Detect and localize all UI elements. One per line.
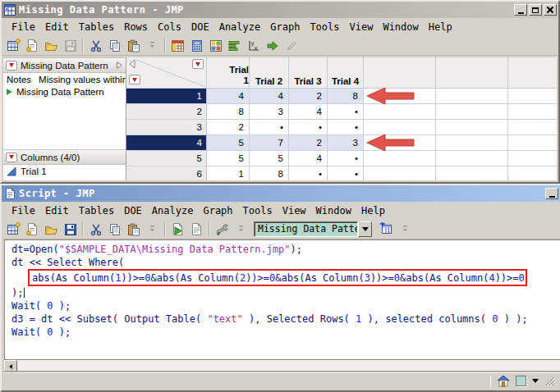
script-line-5[interactable]: Wait( 0 ); (11, 299, 560, 312)
preferences-button[interactable] (213, 221, 231, 238)
row-number-cell[interactable]: 3 (126, 120, 207, 135)
cell[interactable]: • (328, 151, 364, 166)
table-row-6[interactable]: 618•• (126, 166, 557, 180)
column-header-trial-2[interactable]: Trial 2 (250, 57, 289, 89)
menu1-window[interactable]: Window (378, 20, 423, 34)
add-to-data-table-button[interactable] (378, 221, 395, 238)
combo-dropdown-button[interactable] (358, 221, 372, 237)
scroll-left-button[interactable] (4, 360, 17, 373)
row-number-cell[interactable]: 1 (126, 89, 207, 104)
menu2-view[interactable]: View (278, 203, 311, 218)
column-header-trial-1[interactable]: Trial1 (207, 57, 250, 89)
row-number-cell[interactable]: 6 (126, 166, 207, 180)
new-journal-button[interactable] (24, 221, 41, 238)
cell[interactable]: 4 (289, 104, 328, 120)
cut-button[interactable] (87, 221, 104, 238)
menu2-file[interactable]: File (7, 203, 40, 218)
window1-titlebar[interactable]: Missing Data Pattern - JMP (2, 2, 558, 18)
column-header-trial-3[interactable]: Trial 3 (289, 57, 328, 89)
script-document-button[interactable] (188, 221, 205, 238)
home-icon[interactable] (497, 375, 510, 387)
maximize-button[interactable] (529, 4, 542, 16)
menu1-analyze[interactable]: Analyze (214, 20, 266, 34)
open-button[interactable] (43, 221, 60, 238)
cell[interactable]: 4 (289, 151, 328, 166)
script-line-6[interactable]: d3 = dt << Subset( Output Table( "text" … (11, 312, 560, 326)
menu1-file[interactable]: File (7, 20, 40, 34)
menu2-window[interactable]: Window (311, 203, 356, 218)
menu1-help[interactable]: Help (424, 20, 457, 34)
script-line-4[interactable]: ); (11, 286, 560, 299)
minimize-button[interactable] (514, 4, 527, 16)
run-button[interactable] (264, 38, 281, 54)
menu2-help[interactable]: Help (356, 203, 390, 218)
horizontal-scrollbar[interactable] (4, 360, 560, 373)
cell[interactable]: 1 (207, 166, 250, 180)
cell[interactable]: • (250, 120, 289, 135)
table-row-5[interactable]: 5554• (126, 151, 557, 166)
script-editor[interactable]: dt=Open("$SAMPLE_DATA\Missing Data Patte… (4, 239, 560, 360)
menu2-graph[interactable]: Graph (198, 203, 237, 218)
menu2-tools[interactable]: Tools (238, 203, 278, 218)
run-script-button[interactable] (169, 221, 186, 238)
cell[interactable]: 3 (328, 135, 364, 151)
cell[interactable]: 5 (207, 151, 250, 166)
window2-titlebar[interactable]: Script - JMP (2, 185, 560, 202)
menu1-edit[interactable]: Edit (40, 20, 74, 34)
columns-collapse-icon[interactable] (128, 59, 136, 69)
grid-corner-cell[interactable] (126, 57, 207, 89)
cell[interactable]: 4 (207, 89, 250, 104)
cell[interactable]: 2 (289, 135, 328, 151)
cell[interactable]: • (289, 120, 328, 135)
menu2-tables[interactable]: Tables (74, 203, 119, 218)
script-line-3[interactable]: abs(As Column(1))>=0&abs(As Column(2))>=… (11, 269, 560, 286)
column-header-trial-4[interactable]: Trial 4 (328, 57, 364, 89)
cell[interactable]: 8 (250, 166, 289, 180)
columns-panel-menu-button[interactable] (6, 153, 17, 162)
cell[interactable]: • (328, 104, 364, 120)
rows-menu-button[interactable] (129, 75, 140, 84)
fit-y-by-x-button[interactable]: yx (245, 38, 262, 54)
new-journal-button[interactable] (24, 38, 41, 54)
table-row-1[interactable]: 14428 (126, 89, 557, 104)
row-number-cell[interactable]: 4 (126, 135, 207, 151)
menu1-tools[interactable]: Tools (305, 20, 344, 34)
distribution-button[interactable] (207, 38, 224, 54)
cell[interactable]: • (328, 166, 364, 180)
menu1-cols[interactable]: Cols (153, 20, 186, 34)
cell[interactable]: 3 (250, 104, 289, 120)
statusbar-dropdown-icon[interactable] (532, 379, 539, 383)
table-row-3[interactable]: 32••• (126, 120, 557, 135)
open-button[interactable] (43, 38, 60, 54)
script-line-7[interactable]: Wait( 0 ); (11, 326, 560, 339)
script-line-2[interactable]: dt << Select Where( (11, 256, 560, 269)
data-table-view-button[interactable] (169, 38, 186, 54)
graph-builder-button[interactable] (226, 38, 243, 54)
new-data-table-button[interactable] (5, 221, 22, 238)
script-line-1[interactable]: dt=Open("$SAMPLE_DATA\Missing Data Patte… (11, 243, 560, 256)
cell[interactable]: 5 (207, 135, 250, 151)
columns-panel-header[interactable]: Columns (4/0) (3, 149, 126, 165)
copy-button[interactable] (106, 221, 123, 238)
menu1-view[interactable]: View (345, 20, 379, 34)
menu1-doe[interactable]: DOE (186, 20, 214, 34)
table-panel-header[interactable]: Missing Data Pattern (3, 57, 126, 73)
toolbar-overflow-button[interactable] (232, 221, 250, 238)
menu1-rows[interactable]: Rows (119, 20, 153, 34)
combo-value[interactable]: Missing Data Pattern (254, 221, 358, 237)
new-data-table-button[interactable] (5, 38, 22, 54)
toolbar-overflow-button[interactable] (397, 221, 414, 238)
cell[interactable]: 8 (328, 89, 364, 104)
cell[interactable]: 7 (250, 135, 289, 151)
save-button[interactable] (62, 221, 79, 238)
table-panel-menu-button[interactable] (6, 61, 17, 71)
current-data-table-combo[interactable]: Missing Data Pattern (254, 221, 372, 237)
save-button[interactable] (62, 38, 79, 54)
menu2-edit[interactable]: Edit (40, 203, 74, 218)
cell[interactable]: 2 (289, 89, 328, 104)
columns-menu-button[interactable] (192, 59, 204, 69)
paste-button[interactable] (125, 38, 142, 54)
edit-script-button[interactable] (282, 38, 300, 54)
menu1-graph[interactable]: Graph (265, 20, 305, 34)
column-list-item-trial-1[interactable]: Trial 1 (3, 165, 126, 178)
